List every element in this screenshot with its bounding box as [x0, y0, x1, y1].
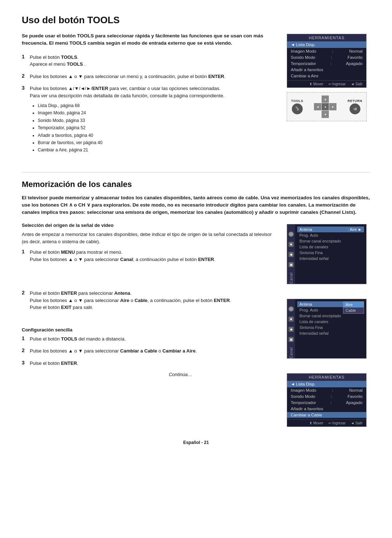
row-label: Temporizador — [291, 61, 316, 66]
canal-panel-1: ○ ■ ◆ ▣ Canal Antena : Aire ► Prog. Auto… — [287, 224, 367, 284]
highlighted-label: ◄ Lista Disp. — [291, 42, 315, 47]
footer-salir: ◄ Salir — [351, 82, 363, 86]
step-3-3: 3 Pulse el botón ENTER. — [22, 360, 279, 367]
step-1-text: Pulse el botón TOOLS. — [30, 54, 78, 60]
list-item: Imagen Modo, página 24 — [38, 109, 224, 117]
row-label: Sonido Modo — [291, 394, 315, 399]
step-3-text: Pulse los botones ▲/▼/◄/►/ENTER para ver… — [30, 86, 221, 91]
continua-text: Continúa… — [22, 372, 192, 377]
step-2: 2 Pulse los botones ▲ o ▼ para seleccion… — [22, 73, 279, 80]
dpad-left[interactable]: ◄ — [314, 103, 321, 110]
row-sep: : — [330, 400, 331, 405]
bullet-list: Lista Disp., página 68 Imagen Modo, pági… — [33, 102, 224, 154]
canal-sintonia: Sintonia Fina — [297, 250, 364, 256]
step-3-2-text: Pulse los botones ▲ o ▼ para seleccionar… — [30, 348, 197, 354]
step-3: 3 Pulse los botones ▲/▼/◄/►/ENTER para v… — [22, 85, 279, 154]
canal-borrar-2: Borrar canal encriptado — [297, 313, 364, 319]
step-3-1-text: Pulse el botón TOOLS del mando a distanc… — [30, 336, 126, 342]
menu-row-cambiar: Cambiar a Aire — [287, 73, 366, 79]
canal-borrar: Borrar canal encriptado — [297, 238, 364, 244]
section1-intro: Se puede usar el botón TOOLS para selecc… — [22, 32, 279, 47]
step-3-3-num: 3 — [22, 360, 27, 367]
step-1-num: 1 — [22, 54, 27, 68]
list-item: Lista Disp., página 68 — [38, 102, 224, 109]
canal-icon-circle-2: ○ — [289, 306, 294, 311]
canal-sidebar-label-1: Canal — [289, 272, 293, 284]
list-item: Sonido Modo, página 33 — [38, 117, 224, 124]
step-1-sub: Aparece el menú TOOLS . — [30, 61, 86, 67]
canal-prog-auto: Prog. Auto — [297, 232, 364, 238]
step-2-2-text1: Pulse el botón ENTER para seleccionar An… — [30, 290, 131, 296]
canal-antena-label-2: Antena — [299, 302, 312, 306]
subsection1-title: Selección del origen de la señal de víde… — [22, 223, 279, 228]
canal-icon-sq3: ▣ — [289, 262, 294, 267]
menu-footer-2: ⬆ Mover ↩ Ingresar ◄ Salir — [287, 419, 366, 427]
section-memorizacion: Memorización de los canales El televisor… — [22, 180, 370, 427]
footer-ingresar-2: ↩ Ingresar — [328, 421, 346, 425]
row-label: Imagen Modo — [291, 49, 316, 53]
return-button[interactable] — [350, 103, 360, 114]
menu-row-anadir: Añadir a favoritos — [287, 66, 366, 73]
return-label: RETURN — [347, 99, 362, 103]
step-3-2-num: 2 — [22, 347, 27, 355]
canal-icon-sq2: ◆ — [289, 252, 294, 257]
menu-row-anadir-2: Añadir a favoritos — [287, 406, 366, 412]
canal-antena-row-1: Antena : Aire ► — [297, 227, 364, 232]
footer-salir-2: ◄ Salir — [351, 421, 363, 425]
menu-row-sonido: Sonido Modo : Favorito — [287, 54, 366, 60]
canal-icon-sq5: ◆ — [289, 327, 294, 332]
subsection2-title: Configuración sencilla — [22, 327, 279, 333]
footer-ingresar: ↩ Ingresar — [328, 82, 346, 86]
row-value: Favorito — [347, 55, 363, 60]
footer-mover: ⬆ Mover — [309, 82, 323, 86]
list-item: Borrar de favoritos, ver página 40 — [38, 139, 224, 146]
canal-icon-sq4: ■ — [289, 317, 294, 322]
section2-intro: El televisor puede memorizar y almacenar… — [22, 194, 370, 216]
canal-sidebar-1: ○ ■ ◆ ▣ Canal — [287, 224, 295, 284]
step-1: 1 Pulse el botón TOOLS. Aparece el menú … — [22, 54, 279, 68]
canal-panel-2: ○ ■ ◆ ▣ Canal Antena Aire Aire Cable — [287, 299, 367, 359]
dpad-down[interactable]: ▼ — [322, 111, 329, 118]
row-label: Temporizador — [291, 400, 316, 405]
list-item: Cambiar a Aire, página 21 — [38, 146, 224, 154]
row-value: Apagado — [346, 400, 363, 405]
canal-sidebar-2: ○ ■ ◆ ▣ Canal — [287, 299, 295, 358]
herramientas-panel-2: HERRAMIENTAS ◄ Lista Disp. Imagen Modo :… — [287, 373, 367, 427]
remote-illustration: TOOLS ▲ ◄ ● ► ▼ — [287, 92, 367, 121]
canal-antena-value: : Aire ► — [348, 227, 362, 232]
step-2-1-text1: Pulse el botón MENU para mostrar el menú… — [30, 249, 122, 255]
canal-icon-circle: ○ — [289, 232, 294, 237]
herramientas-highlighted-2: ◄ Lista Disp. — [287, 381, 366, 387]
row-label: Sonido Modo — [291, 55, 315, 60]
row-sep: : — [332, 388, 333, 392]
dpad-up[interactable]: ▲ — [322, 95, 329, 103]
tools-button[interactable] — [292, 103, 303, 114]
footer-mover-2: ⬆ Mover — [309, 421, 323, 425]
tools-label: TOOLS — [291, 99, 303, 103]
canal-lista-2: Lista de canales — [297, 319, 364, 325]
canal-dropdown: Aire Cable — [343, 301, 364, 314]
step-2-text: Pulse los botones ▲ o ▼ para seleccionar… — [30, 74, 225, 79]
list-item: Añadir a favoritos, página 40 — [38, 132, 224, 139]
step-2-2-text2: Pulse los botones ▲ o ▼ para seleccionar… — [30, 298, 231, 303]
dropdown-aire[interactable]: Aire — [343, 302, 364, 307]
canal-sintonia-2: Sintonia Fina — [297, 325, 364, 330]
page-footer: Español - 21 — [22, 440, 370, 445]
dpad-right[interactable]: ► — [329, 103, 336, 110]
return-button-group: RETURN — [347, 99, 362, 114]
row-label: Imagen Modo — [291, 388, 316, 392]
row-value: Apagado — [346, 61, 363, 66]
dpad-center[interactable]: ● — [322, 103, 329, 110]
list-item: Temporizador, página 52 — [38, 124, 224, 131]
herramientas-panel-1: HERRAMIENTAS ◄ Lista Disp. Imagen Modo :… — [287, 34, 367, 88]
step-3-2: 2 Pulse los botones ▲ o ▼ para seleccion… — [22, 347, 279, 355]
dropdown-cable[interactable]: Cable — [343, 307, 364, 313]
dpad: ▲ ◄ ● ► ▼ — [314, 95, 336, 118]
highlighted-label-2: ◄ Lista Disp. — [291, 382, 315, 386]
herramientas-title-2: HERRAMIENTAS — [287, 374, 366, 381]
step-3-sub: Para ver una descripción más detallada d… — [30, 93, 224, 98]
step-2-2-text3: Pulse el botón EXIT para salir. — [30, 305, 93, 310]
footer-label: Español - 21 — [183, 440, 209, 445]
canal-lista: Lista de canales — [297, 244, 364, 250]
section-title-memorizacion: Memorización de los canales — [22, 180, 370, 189]
